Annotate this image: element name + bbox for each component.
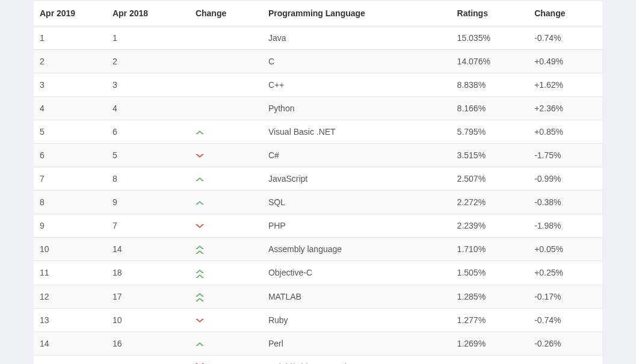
cell-apr2019: 7 — [34, 167, 107, 191]
cell-language: C++ — [262, 73, 451, 97]
cell-trend — [190, 355, 262, 364]
cell-change: +0.49% — [528, 50, 602, 73]
cell-apr2019: 13 — [34, 308, 107, 332]
cell-apr2018: 8 — [107, 167, 190, 191]
cell-apr2018: 17 — [107, 285, 190, 308]
table-header-row: Apr 2019 Apr 2018 Change Programming Lan… — [34, 1, 602, 26]
table-row: 97PHP2.239%-1.98% — [34, 214, 602, 238]
chevron-up-double-icon — [196, 245, 204, 254]
table-row: 78JavaScript2.507%-0.99% — [34, 167, 602, 191]
cell-apr2018: 11 — [107, 355, 190, 364]
cell-apr2019: 6 — [34, 144, 107, 167]
cell-ratings: 2.507% — [451, 167, 529, 191]
cell-apr2019: 8 — [34, 191, 107, 214]
cell-apr2019: 2 — [34, 50, 107, 73]
cell-language: Perl — [262, 332, 451, 355]
cell-change: +2.36% — [528, 97, 602, 120]
col-ratings: Ratings — [451, 1, 529, 26]
chevron-up-double-icon — [196, 293, 204, 301]
cell-change: +1.62% — [528, 73, 602, 97]
col-apr2019: Apr 2019 — [34, 1, 107, 26]
cell-apr2018: 14 — [107, 238, 190, 261]
cell-change: -0.26% — [528, 332, 602, 355]
cell-change: +0.85% — [528, 120, 602, 144]
cell-ratings: 8.838% — [451, 73, 529, 97]
cell-ratings: 1.269% — [451, 332, 529, 355]
cell-language: Python — [262, 97, 451, 120]
cell-change: +0.25% — [528, 261, 602, 285]
table-row: 1118Objective-C1.505%+0.25% — [34, 261, 602, 285]
cell-trend — [190, 144, 262, 167]
cell-change: -1.98% — [528, 214, 602, 238]
ranking-table-container: Apr 2019 Apr 2018 Change Programming Lan… — [34, 0, 602, 364]
table-row: 1511Delphi/Object Pascal1.264%-0.70% — [34, 355, 602, 364]
cell-apr2019: 3 — [34, 73, 107, 97]
cell-apr2018: 4 — [107, 97, 190, 120]
table-row: 33C++8.838%+1.62% — [34, 73, 602, 97]
cell-apr2019: 9 — [34, 214, 107, 238]
chevron-up-icon — [196, 201, 204, 205]
table-row: 89SQL2.272%-0.38% — [34, 191, 602, 214]
cell-apr2019: 4 — [34, 97, 107, 120]
cell-ratings: 1.285% — [451, 285, 529, 308]
cell-ratings: 1.710% — [451, 238, 529, 261]
cell-apr2019: 5 — [34, 120, 107, 144]
cell-apr2019: 15 — [34, 355, 107, 364]
cell-language: Delphi/Object Pascal — [262, 355, 451, 364]
cell-apr2018: 7 — [107, 214, 190, 238]
cell-trend — [190, 214, 262, 238]
cell-change: -1.75% — [528, 144, 602, 167]
cell-language: Objective-C — [262, 261, 451, 285]
chevron-down-icon — [196, 319, 204, 322]
cell-language: C — [262, 50, 451, 73]
cell-ratings: 1.277% — [451, 308, 529, 332]
table-row: 1014Assembly language1.710%+0.05% — [34, 238, 602, 261]
cell-language: Ruby — [262, 308, 451, 332]
cell-trend — [190, 97, 262, 120]
table-row: 65C#3.515%-1.75% — [34, 144, 602, 167]
chevron-up-icon — [196, 177, 204, 181]
cell-ratings: 14.076% — [451, 50, 529, 73]
table-row: 22C14.076%+0.49% — [34, 50, 602, 73]
cell-trend — [190, 285, 262, 308]
cell-ratings: 2.272% — [451, 191, 529, 214]
cell-trend — [190, 73, 262, 97]
col-apr2018: Apr 2018 — [107, 1, 190, 26]
cell-change: -0.17% — [528, 285, 602, 308]
cell-trend — [190, 167, 262, 191]
cell-ratings: 5.795% — [451, 120, 529, 144]
cell-ratings: 1.505% — [451, 261, 529, 285]
cell-change: -0.74% — [528, 26, 602, 50]
cell-language: MATLAB — [262, 285, 451, 308]
cell-language: JavaScript — [262, 167, 451, 191]
cell-language: SQL — [262, 191, 451, 214]
table-row: 1217MATLAB1.285%-0.17% — [34, 285, 602, 308]
cell-apr2018: 18 — [107, 261, 190, 285]
cell-trend — [190, 120, 262, 144]
cell-trend — [190, 238, 262, 261]
cell-trend — [190, 26, 262, 50]
col-delta: Change — [528, 1, 602, 26]
cell-apr2018: 5 — [107, 144, 190, 167]
chevron-down-icon — [196, 224, 204, 228]
chevron-up-icon — [196, 131, 204, 134]
cell-trend — [190, 332, 262, 355]
cell-apr2019: 1 — [34, 26, 107, 50]
chevron-up-double-icon — [196, 270, 204, 278]
cell-change: -0.70% — [528, 355, 602, 364]
cell-trend — [190, 308, 262, 332]
cell-trend — [190, 50, 262, 73]
cell-apr2018: 3 — [107, 73, 190, 97]
chevron-down-icon — [196, 154, 204, 158]
cell-ratings: 3.515% — [451, 144, 529, 167]
cell-apr2019: 14 — [34, 332, 107, 355]
cell-ratings: 15.035% — [451, 26, 529, 50]
cell-apr2018: 9 — [107, 191, 190, 214]
cell-trend — [190, 191, 262, 214]
table-row: 44Python8.166%+2.36% — [34, 97, 602, 120]
cell-ratings: 2.239% — [451, 214, 529, 238]
cell-language: Java — [262, 26, 451, 50]
table-row: 11Java15.035%-0.74% — [34, 26, 602, 50]
cell-apr2019: 10 — [34, 238, 107, 261]
cell-language: Visual Basic .NET — [262, 120, 451, 144]
